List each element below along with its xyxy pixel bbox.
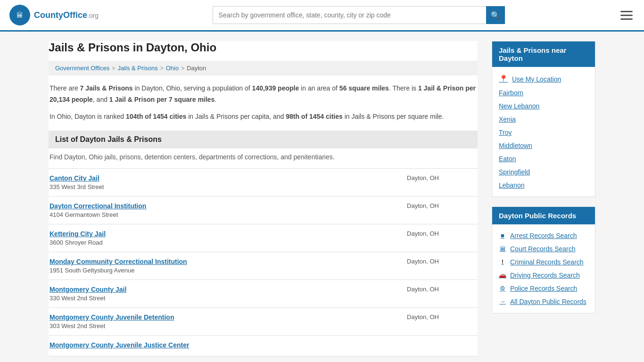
jail-item: Kettering City Jail 3600 Shroyer Road Da… (49, 224, 478, 252)
hamburger-button[interactable] (619, 9, 635, 22)
jail-city: Dayton, OH (407, 230, 477, 237)
search-icon: 🔍 (491, 11, 500, 20)
search-button[interactable]: 🔍 (486, 6, 505, 24)
jail-address: 3600 Shroyer Road (50, 239, 407, 246)
hamburger-line (620, 15, 633, 16)
breadcrumb-jails-prisons[interactable]: Jails & Prisons (117, 65, 157, 72)
police-icon: ⚙ (499, 285, 506, 292)
jail-name[interactable]: Canton City Jail (50, 174, 407, 182)
criminal-icon: ! (499, 258, 506, 266)
search-area: 🔍 (213, 6, 505, 24)
jail-name[interactable]: Montgomery County Juvenile Detention (50, 313, 407, 321)
criminal-records-link[interactable]: ! Criminal Records Search (499, 255, 588, 269)
nearby-city-middletown[interactable]: Middletown (499, 139, 588, 152)
nearby-city-new-lebanon[interactable]: New Lebanon (499, 99, 588, 113)
sidebar: Jails & Prisons near Dayton 📍 Use My Loc… (492, 41, 595, 356)
use-my-location-link[interactable]: 📍 Use My Location (499, 72, 588, 86)
nearby-city-label: Troy (499, 129, 512, 136)
jail-city: Dayton, OH (407, 174, 477, 181)
jail-left: Canton City Jail 335 West 3rd Street (50, 174, 407, 190)
jail-city: Dayton, OH (407, 286, 477, 293)
jail-row: Montgomery County Jail 330 West 2nd Stre… (50, 286, 477, 302)
jail-row: Montgomery County Juvenile Detention 303… (50, 313, 477, 329)
jail-name[interactable]: Dayton Correctional Institution (50, 202, 407, 210)
location-icon: 📍 (499, 74, 508, 83)
public-records-content: ■ Arrest Records Search 🏛 Court Records … (492, 224, 595, 313)
court-records-link[interactable]: 🏛 Court Records Search (499, 242, 588, 255)
nearby-city-label: Fairborn (499, 89, 523, 97)
jail-item: Montgomery County Jail 330 West 2nd Stre… (49, 280, 478, 307)
jail-left: Montgomery County Juvenile Justice Cente… (50, 341, 439, 350)
header: 🏛 CountyOffice.org 🔍 (0, 0, 644, 32)
arrow-icon: → (499, 298, 506, 305)
jail-name[interactable]: Montgomery County Juvenile Justice Cente… (50, 341, 439, 349)
jail-name[interactable]: Monday Community Correctional Institutio… (50, 258, 407, 265)
driving-records-label: Driving Records Search (510, 272, 580, 279)
nearby-city-xenia[interactable]: Xenia (499, 113, 588, 126)
nearby-city-label: Eaton (499, 155, 516, 163)
court-records-label: Court Records Search (510, 245, 576, 253)
driving-icon: 🚗 (499, 272, 506, 279)
page-wrapper: Jails & Prisons in Dayton, Ohio Governme… (39, 32, 605, 362)
nearby-city-label: Middletown (499, 142, 532, 149)
use-my-location-label: Use My Location (512, 75, 561, 83)
nearby-city-fairborn[interactable]: Fairborn (499, 86, 588, 99)
nearby-city-label: Lebanon (499, 181, 525, 189)
nearby-city-troy[interactable]: Troy (499, 126, 588, 139)
main-content: Jails & Prisons in Dayton, Ohio Governme… (49, 41, 478, 356)
breadcrumb-ohio[interactable]: Ohio (166, 65, 179, 72)
ranking-text: In Ohio, Dayton is ranked 104th of 1454 … (49, 111, 478, 123)
jail-city: Dayton, OH (407, 313, 477, 321)
jail-address: 1951 South Gettysburg Avenue (50, 267, 407, 274)
nearby-city-eaton[interactable]: Eaton (499, 152, 588, 165)
jail-item: Dayton Correctional Institution 4104 Ger… (49, 196, 478, 224)
breadcrumb-separator: > (160, 65, 164, 72)
arrest-icon: ■ (499, 232, 506, 239)
search-input[interactable] (213, 6, 486, 24)
all-records-label: All Dayton Public Records (510, 298, 586, 305)
jail-name[interactable]: Kettering City Jail (50, 230, 407, 238)
logo-org-text: .org (87, 12, 99, 19)
public-records-title: Dayton Public Records (492, 207, 595, 224)
jail-address: 330 West 2nd Street (50, 295, 407, 302)
criminal-records-label: Criminal Records Search (510, 258, 584, 266)
breadcrumb-separator: > (112, 65, 115, 72)
nearby-city-label: New Lebanon (499, 102, 539, 110)
jail-left: Monday Community Correctional Institutio… (50, 258, 407, 274)
nearby-city-springfield[interactable]: Springfield (499, 165, 588, 179)
breadcrumb-dayton: Dayton (187, 65, 206, 72)
jail-item: Canton City Jail 335 West 3rd Street Day… (49, 168, 478, 196)
driving-records-link[interactable]: 🚗 Driving Records Search (499, 269, 588, 282)
jail-item: Montgomery County Juvenile Detention 303… (49, 307, 478, 335)
jail-city: Dayton, OH (407, 202, 477, 209)
jail-row: Dayton Correctional Institution 4104 Ger… (50, 202, 477, 218)
police-records-link[interactable]: ⚙ Police Records Search (499, 282, 588, 295)
police-records-label: Police Records Search (510, 285, 577, 292)
breadcrumb-separator: > (181, 65, 184, 72)
jail-row: Montgomery County Juvenile Justice Cente… (50, 341, 477, 350)
jail-name[interactable]: Montgomery County Jail (50, 286, 407, 293)
nearby-jails-title: Jails & Prisons near Dayton (492, 41, 595, 67)
jail-left: Kettering City Jail 3600 Shroyer Road (50, 230, 407, 246)
court-icon: 🏛 (499, 245, 506, 253)
nearby-city-label: Xenia (499, 115, 516, 123)
breadcrumb-government-offices[interactable]: Government Offices (55, 65, 109, 72)
jail-left: Dayton Correctional Institution 4104 Ger… (50, 202, 407, 218)
logo-text: CountyOffice.org (34, 10, 99, 20)
hamburger-line (620, 11, 633, 12)
nearby-jails-box: Jails & Prisons near Dayton 📍 Use My Loc… (492, 41, 595, 197)
description-text: There are 7 Jails & Prisons in Dayton, O… (49, 83, 478, 106)
logo-area: 🏛 CountyOffice.org (9, 5, 99, 25)
jail-row: Monday Community Correctional Institutio… (50, 258, 477, 274)
nearby-city-label: Springfield (499, 168, 530, 176)
page-title: Jails & Prisons in Dayton, Ohio (49, 41, 478, 54)
jail-address: 4104 Germantown Street (50, 211, 407, 218)
jail-address: 335 West 3rd Street (50, 183, 407, 190)
jail-left: Montgomery County Jail 330 West 2nd Stre… (50, 286, 407, 302)
arrest-records-link[interactable]: ■ Arrest Records Search (499, 229, 588, 242)
nearby-city-lebanon[interactable]: Lebanon (499, 179, 588, 192)
jail-left: Montgomery County Juvenile Detention 303… (50, 313, 407, 329)
jail-address: 303 West 2nd Street (50, 322, 407, 329)
all-dayton-records-link[interactable]: → All Dayton Public Records (499, 295, 588, 308)
breadcrumb: Government Offices > Jails & Prisons > O… (49, 61, 478, 75)
